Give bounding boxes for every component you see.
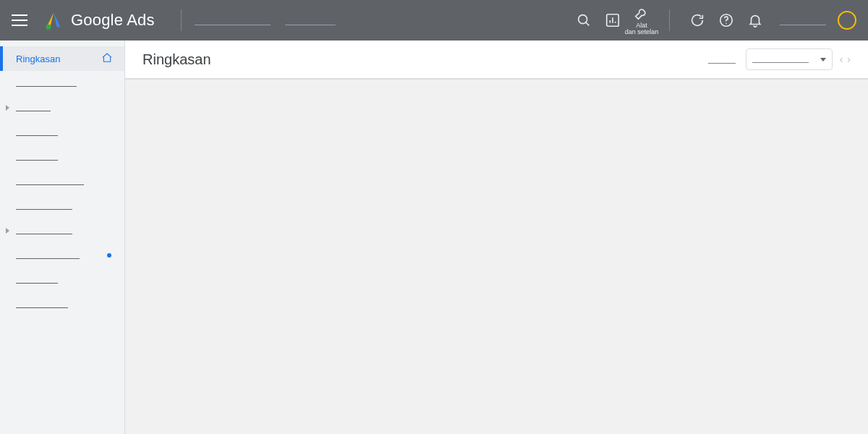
content-canvas <box>125 80 868 434</box>
svg-point-8 <box>726 23 726 24</box>
account-avatar[interactable] <box>838 11 856 30</box>
breadcrumb-scope[interactable] <box>285 15 336 25</box>
sidebar-item-label <box>16 80 77 87</box>
divider <box>669 9 670 31</box>
sidebar-item[interactable] <box>0 292 124 317</box>
svg-point-0 <box>46 25 51 30</box>
main-panel: Ringkasan ‹ › <box>125 41 868 434</box>
chevron-right-icon <box>6 105 9 111</box>
product-name: Google Ads <box>71 11 155 30</box>
sidebar-item[interactable] <box>0 243 124 268</box>
date-range-picker[interactable] <box>746 48 833 70</box>
sidebar-item-label <box>16 104 51 111</box>
home-icon <box>101 52 113 66</box>
sidebar-item[interactable] <box>0 71 124 95</box>
notifications-button[interactable] <box>741 0 770 41</box>
svg-line-2 <box>586 22 590 26</box>
refresh-icon <box>689 12 705 28</box>
sidebar-item-overview[interactable]: Ringkasan <box>0 46 124 71</box>
sidebar-item-label <box>16 301 68 308</box>
page-header: Ringkasan ‹ › <box>125 41 868 80</box>
sidebar-item-label <box>16 227 72 234</box>
wrench-icon <box>634 5 650 21</box>
chevron-right-icon <box>6 228 9 234</box>
sidebar-item-label <box>16 252 80 259</box>
sidebar-item[interactable] <box>0 120 124 145</box>
refresh-button[interactable] <box>683 0 712 41</box>
search-button[interactable] <box>569 0 598 41</box>
sidebar-item-label <box>16 153 58 161</box>
date-next-button[interactable]: › <box>847 54 851 65</box>
account-label[interactable] <box>780 15 826 25</box>
reports-button[interactable] <box>598 0 627 41</box>
sidebar-item-label <box>16 129 58 136</box>
sidebar-item[interactable] <box>0 194 124 218</box>
sidebar-item[interactable] <box>0 169 124 194</box>
date-prev-button[interactable]: ‹ <box>840 54 843 65</box>
date-range-label <box>708 55 736 64</box>
sidebar-item-label <box>16 276 58 284</box>
sidebar-item-label <box>16 178 84 185</box>
search-icon <box>576 12 592 28</box>
logo-glyph-icon <box>43 10 64 30</box>
divider <box>181 9 182 31</box>
tools-settings-label: Alat dan setelan <box>625 22 659 35</box>
breadcrumb-account[interactable] <box>195 15 271 25</box>
bell-icon <box>747 12 763 28</box>
product-logo[interactable]: Google Ads <box>43 10 155 30</box>
date-pager: ‹ › <box>840 54 851 65</box>
help-icon <box>718 12 734 28</box>
chevron-down-icon <box>820 58 826 61</box>
left-nav: Ringkasan <box>0 41 125 434</box>
sidebar-item-label: Ringkasan <box>16 54 60 64</box>
sidebar-item[interactable] <box>0 145 124 169</box>
sidebar-item[interactable] <box>0 95 124 120</box>
help-button[interactable] <box>712 0 741 41</box>
status-dot-icon <box>107 253 111 258</box>
menu-icon[interactable] <box>12 12 29 29</box>
sidebar-item-label <box>16 203 72 210</box>
top-bar: Google Ads Alat dan setelan <box>0 0 868 41</box>
sidebar-item[interactable] <box>0 218 124 243</box>
bar-chart-icon <box>605 12 621 28</box>
sidebar-item[interactable] <box>0 268 124 292</box>
page-title: Ringkasan <box>142 51 211 68</box>
tools-settings-button[interactable]: Alat dan setelan <box>627 0 656 41</box>
